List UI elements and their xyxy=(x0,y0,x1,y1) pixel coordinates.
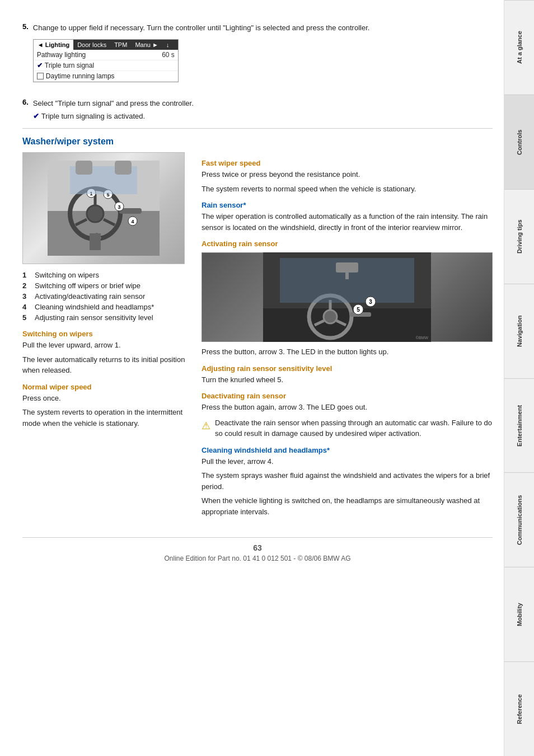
deactivating-rain-body: Press the button again, arrow 3. The LED… xyxy=(202,402,493,413)
rain-sensor-body: The wiper operation is controlled automa… xyxy=(202,211,493,233)
svg-point-25 xyxy=(324,310,337,323)
step-6-result: ✔ Triple turn signaling is activated. xyxy=(33,112,194,120)
deactivating-rain-title: Deactivating rain sensor xyxy=(202,392,493,400)
warning-box: ⚠ Deactivate the rain sensor when passin… xyxy=(202,417,493,439)
list-num-5: 5 xyxy=(22,313,30,322)
menu-header-down: ↓ xyxy=(162,40,174,50)
menu-header-tpm: TPM xyxy=(110,40,131,50)
switching-on-body1: Pull the lever upward, arrow 1. xyxy=(22,340,190,351)
left-column: 1 2 3 4 5 xyxy=(22,152,190,520)
list-item-4: 4 Cleaning windshield and headlamps* xyxy=(22,303,190,311)
rain-sensor-image: 5 3 ©BMW xyxy=(202,252,493,342)
svg-rect-36 xyxy=(345,273,349,279)
list-text-2: Switching off wipers or brief wipe xyxy=(35,281,140,290)
page-number: 63 xyxy=(22,543,493,552)
steering-wheel-diagram: 1 2 3 4 5 xyxy=(48,161,160,256)
switching-on-body2: The lever automatically returns to its i… xyxy=(22,354,190,376)
menu-header: ◄ Lighting Door locks TPM Manu ► ↓ xyxy=(34,40,178,50)
list-num-4: 4 xyxy=(22,303,30,311)
menu-header-doorlocks: Door locks xyxy=(73,40,110,50)
step-5-block: 5. Change to upper field if necessary. T… xyxy=(22,22,493,91)
adjusting-rain-body: Turn the knurled wheel 5. xyxy=(202,374,493,386)
fast-speed-title: Fast wiper speed xyxy=(202,159,493,167)
activating-rain-body: Press the button, arrow 3. The LED in th… xyxy=(202,346,493,358)
footer: 63 Online Edition for Part no. 01 41 0 0… xyxy=(22,537,493,562)
normal-speed-body2: The system reverts to operation in the i… xyxy=(22,407,190,429)
footer-text: Online Edition for Part no. 01 41 0 012 … xyxy=(22,555,493,562)
menu-pathway-label: Pathway lighting xyxy=(37,51,162,59)
fast-speed-body1: Press twice or press beyond the resistan… xyxy=(202,169,493,180)
list-item-5: 5 Adjusting rain sensor sensitivity leve… xyxy=(22,313,190,322)
svg-rect-1 xyxy=(48,211,160,256)
menu-row-triple: ✔ Triple turn signal xyxy=(34,60,178,71)
list-text-5: Adjusting rain sensor sensitivity level xyxy=(35,313,153,322)
svg-point-3 xyxy=(87,205,104,222)
section-divider xyxy=(22,128,493,129)
check-icon: ✔ xyxy=(37,62,43,69)
list-text-4: Cleaning windshield and headlamps* xyxy=(35,303,154,311)
svg-text:3: 3 xyxy=(369,299,372,305)
warning-triangle-icon: ⚠ xyxy=(202,419,210,439)
svg-rect-20 xyxy=(76,161,92,175)
svg-text:3: 3 xyxy=(118,204,120,210)
step-6-block: 6. Select "Triple turn signal" and press… xyxy=(22,98,493,121)
sidebar: At a glance Controls Driving tips Naviga… xyxy=(504,0,534,756)
cleaning-body1: Pull the lever, arrow 4. xyxy=(202,456,493,467)
svg-text:©BMW: ©BMW xyxy=(416,336,429,340)
svg-text:5: 5 xyxy=(357,307,360,313)
sidebar-item-driving-tips[interactable]: Driving tips xyxy=(504,189,534,284)
rain-sensor-diagram: 5 3 ©BMW xyxy=(202,252,492,342)
svg-rect-23 xyxy=(263,308,431,342)
step-6-text: Select "Triple turn signal" and press th… xyxy=(33,98,194,109)
switching-on-title: Switching on wipers xyxy=(22,330,190,338)
sidebar-item-controls[interactable]: Controls xyxy=(504,95,534,189)
cleaning-body3: When the vehicle lighting is switched on… xyxy=(202,495,493,517)
sidebar-item-at-a-glance[interactable]: At a glance xyxy=(504,0,534,95)
svg-rect-35 xyxy=(336,262,358,273)
right-column: Fast wiper speed Press twice or press be… xyxy=(202,152,493,520)
sidebar-item-reference[interactable]: Reference xyxy=(504,661,534,756)
menu-row-daytime: Daytime running lamps xyxy=(34,71,178,82)
car-image: 1 2 3 4 5 xyxy=(22,152,185,264)
normal-speed-title: Normal wiper speed xyxy=(22,383,190,391)
list-num-3: 3 xyxy=(22,292,30,300)
adjusting-rain-title: Adjusting rain sensor sensitivity level xyxy=(202,364,493,373)
two-col-layout: 1 2 3 4 5 xyxy=(22,152,493,520)
car-image-inner: 1 2 3 4 5 xyxy=(23,153,184,264)
svg-rect-18 xyxy=(90,233,101,250)
normal-speed-body1: Press once. xyxy=(22,393,190,404)
menu-screenshot: ◄ Lighting Door locks TPM Manu ► ↓ Pathw… xyxy=(33,39,179,82)
numbered-list: 1 Switching on wipers 2 Switching off wi… xyxy=(22,271,190,322)
fast-speed-body2: The system reverts to normal speed when … xyxy=(202,184,493,195)
step-6-number: 6. xyxy=(22,98,29,121)
list-text-1: Switching on wipers xyxy=(35,271,99,279)
list-num-1: 1 xyxy=(22,271,30,279)
activating-rain-title: Activating rain sensor xyxy=(202,240,493,248)
step-5-text: Change to upper field if necessary. Turn… xyxy=(33,22,493,34)
menu-daytime-label: Daytime running lamps xyxy=(46,72,175,80)
menu-header-manu: Manu ► xyxy=(131,40,162,50)
menu-header-lighting: ◄ Lighting xyxy=(34,40,73,50)
cleaning-title: Cleaning windshield and headlamps* xyxy=(202,446,493,454)
washer-wiper-title: Washer/wiper system xyxy=(22,137,493,147)
menu-pathway-value: 60 s xyxy=(162,51,175,59)
rain-sensor-title: Rain sensor* xyxy=(202,201,493,209)
svg-text:4: 4 xyxy=(131,219,134,224)
list-text-3: Activating/deactivating rain sensor xyxy=(35,292,145,300)
checkbox-icon xyxy=(37,73,44,79)
list-item-1: 1 Switching on wipers xyxy=(22,271,190,279)
menu-triple-label: Triple turn signal xyxy=(45,62,175,69)
step-5-number: 5. xyxy=(22,22,29,91)
sidebar-item-communications[interactable]: Communications xyxy=(504,472,534,567)
checkmark-icon: ✔ xyxy=(33,112,39,120)
warning-text: Deactivate the rain sensor when passing … xyxy=(215,417,493,439)
sidebar-item-entertainment[interactable]: Entertainment xyxy=(504,378,534,473)
sidebar-item-mobility[interactable]: Mobility xyxy=(504,567,534,661)
svg-rect-21 xyxy=(115,161,132,175)
step-6-result-text: Triple turn signaling is activated. xyxy=(41,112,145,120)
sidebar-item-navigation[interactable]: Navigation xyxy=(504,284,534,378)
list-item-3: 3 Activating/deactivating rain sensor xyxy=(22,292,190,300)
menu-row-pathway: Pathway lighting 60 s xyxy=(34,50,178,60)
list-item-2: 2 Switching off wipers or brief wipe xyxy=(22,281,190,290)
list-num-2: 2 xyxy=(22,281,30,290)
